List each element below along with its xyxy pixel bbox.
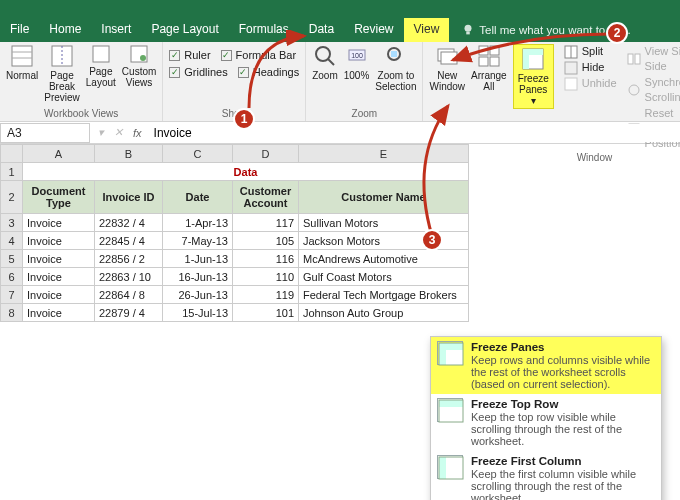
row-8[interactable]: 8 [1, 304, 23, 322]
col-D[interactable]: D [233, 145, 299, 163]
row-1[interactable]: 1 [1, 163, 23, 181]
svg-rect-29 [628, 54, 633, 64]
header-title[interactable]: Data [23, 163, 469, 181]
zoom100-button[interactable]: 100 100% [344, 44, 370, 81]
tab-pagelayout[interactable]: Page Layout [141, 18, 228, 42]
table-row[interactable]: 6 Invoice 22863 / 10 16-Jun-13 110 Gulf … [1, 268, 469, 286]
cell-date[interactable]: 1-Apr-13 [163, 214, 233, 232]
cell-acct[interactable]: 101 [233, 304, 299, 322]
table-row[interactable]: 7 Invoice 22864 / 8 26-Jun-13 119 Federa… [1, 286, 469, 304]
row-4[interactable]: 4 [1, 232, 23, 250]
cell-doc[interactable]: Invoice [23, 304, 95, 322]
normal-button[interactable]: Normal [6, 44, 38, 81]
cell-date[interactable]: 7-May-13 [163, 232, 233, 250]
split-icon [564, 45, 578, 59]
fx-label[interactable]: fx [133, 127, 142, 139]
table-row[interactable]: 3 Invoice 22832 / 4 1-Apr-13 117 Sulliva… [1, 214, 469, 232]
title-bar [0, 0, 680, 18]
cell-doc[interactable]: Invoice [23, 286, 95, 304]
formulabar-checkbox[interactable]: ✓Formula Bar [221, 48, 297, 63]
zoom-button[interactable]: Zoom [312, 44, 338, 81]
sync-button[interactable]: Synchronous Scrolling [627, 75, 680, 105]
cell-cust[interactable]: McAndrews Automotive [299, 250, 469, 268]
col-C[interactable]: C [163, 145, 233, 163]
col-A[interactable]: A [23, 145, 95, 163]
sidebyside-button[interactable]: View Side by Side [627, 44, 680, 74]
row-7[interactable]: 7 [1, 286, 23, 304]
menu-freeze-first-column[interactable]: Freeze First ColumnKeep the first column… [431, 451, 661, 500]
freezepanes-button[interactable]: Freeze Panes ▾ [513, 44, 554, 109]
newwindow-button[interactable]: New Window [429, 44, 465, 92]
cell-date[interactable]: 15-Jul-13 [163, 304, 233, 322]
cell-acct[interactable]: 117 [233, 214, 299, 232]
col-B[interactable]: B [95, 145, 163, 163]
cell-date[interactable]: 16-Jun-13 [163, 268, 233, 286]
cell-cust[interactable]: Jackson Motors [299, 232, 469, 250]
menu-freeze-panes[interactable]: Freeze PanesKeep rows and columns visibl… [431, 337, 661, 394]
hdr-doctype[interactable]: Document Type [23, 181, 95, 214]
cell-cust[interactable]: Federal Tech Mortgage Brokers [299, 286, 469, 304]
cell-id[interactable]: 22864 / 8 [95, 286, 163, 304]
hdr-acct[interactable]: Customer Account [233, 181, 299, 214]
cell-date[interactable]: 1-Jun-13 [163, 250, 233, 268]
hdr-name[interactable]: Customer Name [299, 181, 469, 214]
gridlines-checkbox[interactable]: ✓Gridlines [169, 65, 227, 80]
hdr-invid[interactable]: Invoice ID [95, 181, 163, 214]
cell-cust[interactable]: Sullivan Motors [299, 214, 469, 232]
cell-acct[interactable]: 105 [233, 232, 299, 250]
sync-label: Synchronous Scrolling [645, 75, 680, 105]
row-2[interactable]: 2 [1, 181, 23, 214]
cell-id[interactable]: 22845 / 4 [95, 232, 163, 250]
tab-file[interactable]: File [0, 18, 39, 42]
cell-doc[interactable]: Invoice [23, 250, 95, 268]
grid[interactable]: A B C D E 1Data 2 Document Type Invoice … [0, 144, 469, 322]
tab-formulas[interactable]: Formulas [229, 18, 299, 42]
select-all[interactable] [1, 145, 23, 163]
group-zoom: Zoom 100 100% Zoom to Selection Zoom [306, 42, 423, 121]
cell-cust[interactable]: Johnson Auto Group [299, 304, 469, 322]
table-row[interactable]: 4 Invoice 22845 / 4 7-May-13 105 Jackson… [1, 232, 469, 250]
cell-doc[interactable]: Invoice [23, 268, 95, 286]
cell-id[interactable]: 22856 / 2 [95, 250, 163, 268]
tab-view[interactable]: View [404, 18, 450, 42]
cell-acct[interactable]: 116 [233, 250, 299, 268]
cell-date[interactable]: 26-Jun-13 [163, 286, 233, 304]
formula-bar[interactable] [150, 124, 680, 142]
unhide-button[interactable]: Unhide [564, 76, 617, 91]
cell-doc[interactable]: Invoice [23, 214, 95, 232]
ruler-checkbox[interactable]: ✓Ruler [169, 48, 210, 63]
cell-acct[interactable]: 110 [233, 268, 299, 286]
hdr-date[interactable]: Date [163, 181, 233, 214]
cell-id[interactable]: 22879 / 4 [95, 304, 163, 322]
tab-home[interactable]: Home [39, 18, 91, 42]
svg-rect-37 [439, 343, 446, 365]
svg-rect-19 [490, 46, 499, 55]
customviews-button[interactable]: Custom Views [122, 44, 156, 88]
cell-cust[interactable]: Gulf Coast Motors [299, 268, 469, 286]
arrangeall-button[interactable]: Arrange All [471, 44, 507, 92]
cell-id[interactable]: 22832 / 4 [95, 214, 163, 232]
table-row[interactable]: 8 Invoice 22879 / 4 15-Jul-13 101 Johnso… [1, 304, 469, 322]
row-5[interactable]: 5 [1, 250, 23, 268]
split-button[interactable]: Split [564, 44, 617, 59]
cell-doc[interactable]: Invoice [23, 232, 95, 250]
hide-button[interactable]: Hide [564, 60, 617, 75]
name-box[interactable]: A3 [0, 123, 90, 143]
row-6[interactable]: 6 [1, 268, 23, 286]
cell-acct[interactable]: 119 [233, 286, 299, 304]
pagebreak-button[interactable]: Page Break Preview [44, 44, 80, 103]
headings-label: Headings [253, 65, 299, 80]
cell-id[interactable]: 22863 / 10 [95, 268, 163, 286]
menu-freeze-top-row[interactable]: Freeze Top RowKeep the top row visible w… [431, 394, 661, 451]
pagebreak-label1: Page Break [44, 70, 80, 92]
pagelayout-button[interactable]: Page Layout [86, 44, 116, 88]
tab-insert[interactable]: Insert [91, 18, 141, 42]
table-row[interactable]: 5 Invoice 22856 / 2 1-Jun-13 116 McAndre… [1, 250, 469, 268]
ffc-desc: Keep the first column visible while scro… [471, 468, 636, 500]
tab-review[interactable]: Review [344, 18, 403, 42]
headings-checkbox[interactable]: ✓Headings [238, 65, 299, 80]
col-E[interactable]: E [299, 145, 469, 163]
zoomselection-button[interactable]: Zoom to Selection [375, 44, 416, 92]
tab-data[interactable]: Data [299, 18, 344, 42]
row-3[interactable]: 3 [1, 214, 23, 232]
